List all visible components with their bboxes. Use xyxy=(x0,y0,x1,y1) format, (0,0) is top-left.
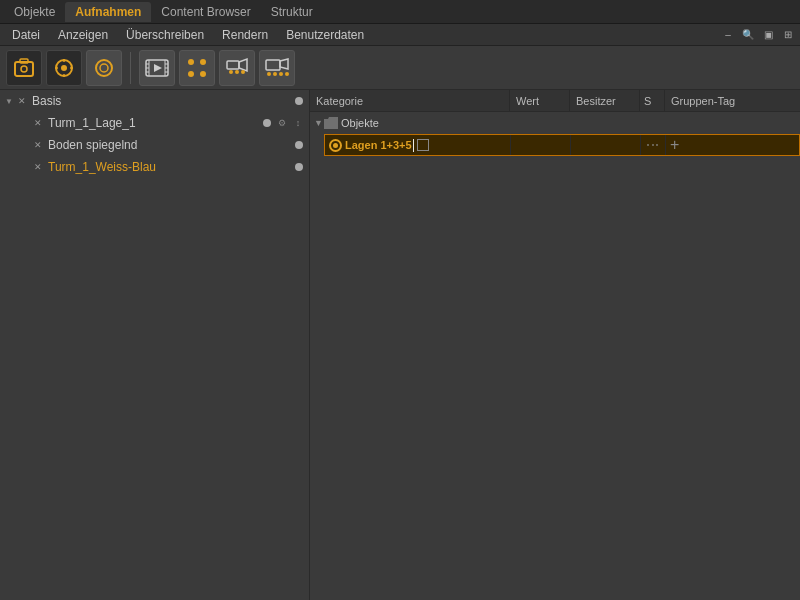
menu-ueberschreiben[interactable]: Überschreiben xyxy=(118,26,212,44)
menu-datei[interactable]: Datei xyxy=(4,26,48,44)
svg-point-10 xyxy=(100,64,108,72)
svg-point-24 xyxy=(200,71,206,77)
header-s: S xyxy=(640,90,665,111)
expand-basis-icon[interactable]: ▼ xyxy=(4,96,14,106)
expand-weiss-blau-icon[interactable]: ▶ xyxy=(20,162,30,172)
svg-marker-20 xyxy=(154,64,162,72)
tab-bar: Objekte Aufnahmen Content Browser Strukt… xyxy=(0,0,800,24)
svg-rect-0 xyxy=(15,62,33,76)
folder-expand-icon[interactable]: ▼ xyxy=(314,118,324,128)
svg-rect-25 xyxy=(227,61,239,69)
svg-point-9 xyxy=(96,60,112,76)
row-lagen[interactable]: Lagen 1+3+5 ⋮ + xyxy=(324,134,800,156)
folder-icon xyxy=(324,117,338,129)
search-icon[interactable]: 🔍 xyxy=(740,27,756,43)
svg-point-35 xyxy=(285,72,289,76)
tab-content-browser[interactable]: Content Browser xyxy=(151,2,260,22)
toolbar-btn-4[interactable] xyxy=(139,50,175,86)
basis-actions xyxy=(295,97,305,105)
layer-circle-icon xyxy=(329,139,342,152)
svg-point-33 xyxy=(273,72,277,76)
weiss-blau-dot[interactable] xyxy=(295,163,303,171)
svg-point-23 xyxy=(188,71,194,77)
add-tag-icon[interactable]: + xyxy=(670,136,679,154)
svg-point-29 xyxy=(241,70,245,74)
expand-turm1-icon[interactable]: ▶ xyxy=(20,118,30,128)
boden-actions xyxy=(295,141,305,149)
basis-cross-icon[interactable]: ✕ xyxy=(16,95,28,107)
row-lagen-besitzer xyxy=(571,135,641,155)
tree-item-basis[interactable]: ▼ ✕ Basis xyxy=(0,90,309,112)
row-lagen-wert xyxy=(511,135,571,155)
layout2-icon[interactable]: ⊞ xyxy=(780,27,796,43)
row-lagen-gruppen: + xyxy=(666,135,799,155)
tab-aufnahmen[interactable]: Aufnahmen xyxy=(65,2,151,22)
boden-cross-icon[interactable]: ✕ xyxy=(32,139,44,151)
properties-panel: Kategorie Wert Besitzer S Gruppen-Tag ▼ xyxy=(310,90,800,600)
toolbar-btn-7[interactable] xyxy=(259,50,295,86)
svg-point-4 xyxy=(61,65,67,71)
tree-item-turm1-lage1[interactable]: ▶ ✕ Turm_1_Lage_1 ⚙ ↕ xyxy=(0,112,309,134)
header-wert: Wert xyxy=(510,90,570,111)
menu-benutzerdaten[interactable]: Benutzerdaten xyxy=(278,26,372,44)
layout-icon[interactable]: ▣ xyxy=(760,27,776,43)
header-besitzer: Besitzer xyxy=(570,90,640,111)
svg-point-27 xyxy=(229,70,233,74)
tab-struktur[interactable]: Struktur xyxy=(261,2,323,22)
turm1-gear-icon[interactable]: ⚙ xyxy=(275,116,289,130)
toolbar-btn-5[interactable] xyxy=(179,50,215,86)
boden-label: Boden spiegelnd xyxy=(48,138,137,152)
toolbar-btn-2[interactable] xyxy=(46,50,82,86)
svg-point-2 xyxy=(21,66,27,72)
svg-point-34 xyxy=(279,72,283,76)
menu-anzeigen[interactable]: Anzeigen xyxy=(50,26,116,44)
folder-objekte-label: Objekte xyxy=(341,117,379,129)
toolbar-separator-1 xyxy=(130,52,131,84)
basis-dot[interactable] xyxy=(295,97,303,105)
toolbar xyxy=(0,46,800,90)
lagen-label: Lagen 1+3+5 xyxy=(345,139,412,151)
turm1-cross-icon[interactable]: ✕ xyxy=(32,117,44,129)
svg-point-32 xyxy=(267,72,271,76)
turm1-arrow-icon[interactable]: ↕ xyxy=(291,116,305,130)
layer-center-dot xyxy=(333,143,338,148)
toolbar-btn-1[interactable] xyxy=(6,50,42,86)
weiss-blau-cross-icon[interactable]: ✕ xyxy=(32,161,44,173)
svg-point-21 xyxy=(188,59,194,65)
minimize-icon[interactable]: – xyxy=(720,27,736,43)
header-gruppen-tag: Gruppen-Tag xyxy=(665,90,800,111)
tab-objekte[interactable]: Objekte xyxy=(4,2,65,22)
header-kategorie: Kategorie xyxy=(310,90,510,111)
svg-rect-30 xyxy=(266,60,280,70)
weiss-blau-label: Turm_1_Weiss-Blau xyxy=(48,160,156,174)
main-area: ▼ ✕ Basis ▶ ✕ Turm_1_Lage_1 ⚙ ↕ ▶ ✕ Bode… xyxy=(0,90,800,600)
svg-point-28 xyxy=(235,70,239,74)
svg-marker-26 xyxy=(239,59,247,71)
turm1-actions: ⚙ ↕ xyxy=(263,116,305,130)
svg-marker-31 xyxy=(280,59,288,69)
row-lagen-kategorie: Lagen 1+3+5 xyxy=(325,135,511,155)
selection-box xyxy=(417,139,429,151)
turm1-dot1[interactable] xyxy=(263,119,271,127)
weiss-blau-actions xyxy=(295,163,305,171)
tree-item-boden[interactable]: ▶ ✕ Boden spiegelnd xyxy=(0,134,309,156)
table-body: ▼ Objekte Lagen 1+3+5 xyxy=(310,112,800,600)
row-lagen-s: ⋮ xyxy=(641,135,666,155)
boden-dot[interactable] xyxy=(295,141,303,149)
menu-bar: Datei Anzeigen Überschreiben Rendern Ben… xyxy=(0,24,800,46)
text-cursor xyxy=(413,139,414,152)
turm1-lage1-label: Turm_1_Lage_1 xyxy=(48,116,136,130)
expand-boden-icon[interactable]: ▶ xyxy=(20,140,30,150)
toolbar-btn-3[interactable] xyxy=(86,50,122,86)
svg-point-22 xyxy=(200,59,206,65)
scene-tree-panel: ▼ ✕ Basis ▶ ✕ Turm_1_Lage_1 ⚙ ↕ ▶ ✕ Bode… xyxy=(0,90,310,600)
toolbar-btn-6[interactable] xyxy=(219,50,255,86)
dots-icon[interactable]: ⋮ xyxy=(646,139,660,151)
tree-item-turm1-weiss-blau[interactable]: ▶ ✕ Turm_1_Weiss-Blau xyxy=(0,156,309,178)
basis-label: Basis xyxy=(32,94,61,108)
table-header: Kategorie Wert Besitzer S Gruppen-Tag xyxy=(310,90,800,112)
folder-objekte[interactable]: ▼ Objekte xyxy=(310,112,800,134)
menu-rendern[interactable]: Rendern xyxy=(214,26,276,44)
